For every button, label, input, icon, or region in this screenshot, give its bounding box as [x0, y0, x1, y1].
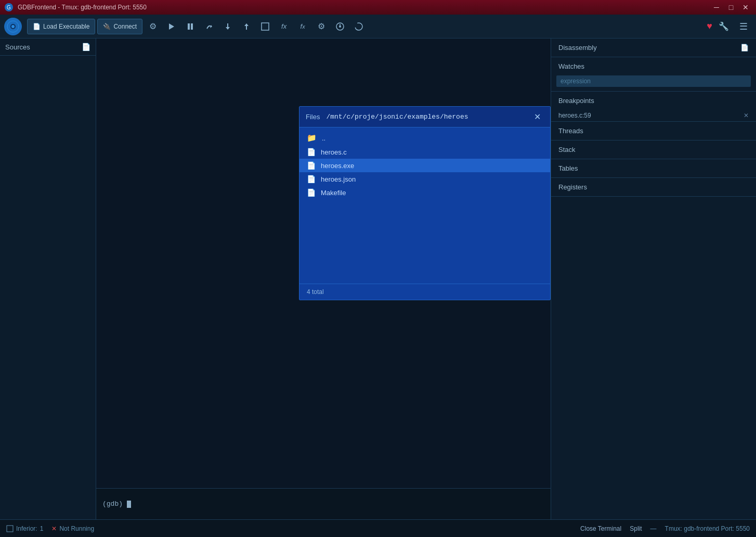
file-item-makefile[interactable]: 📄 Makefile	[299, 186, 550, 199]
status-text: Not Running	[59, 525, 94, 532]
file-icon: 📄	[307, 175, 316, 183]
toolbar-right-icons: ♥ 🔧 ☰	[707, 19, 752, 34]
file-icon: 📄	[307, 148, 316, 156]
svg-rect-7	[191, 23, 193, 30]
watches-label: Watches	[558, 62, 584, 70]
file-dialog: Files ✕ 📁 .. 📄 heroes.c	[299, 106, 551, 300]
svg-point-17	[355, 23, 362, 30]
file-dialog-header: Files ✕	[299, 107, 550, 127]
file-item-name: heroes.exe	[321, 162, 354, 170]
svg-rect-13	[262, 23, 269, 30]
stack-section[interactable]: Stack	[551, 140, 756, 159]
window-controls: ─ □ ✕	[710, 2, 752, 12]
step-out-button[interactable]	[238, 19, 255, 34]
center-area: Files ✕ 📁 .. 📄 heroes.c	[96, 39, 551, 519]
file-item-name: heroes.c	[321, 148, 347, 156]
file-dialog-close-button[interactable]: ✕	[531, 111, 544, 123]
minimize-button[interactable]: ─	[710, 2, 723, 12]
sources-label: Sources	[5, 43, 30, 51]
file-path-input[interactable]	[326, 113, 525, 121]
breakpoints-label: Breakpoints	[558, 97, 594, 105]
files-label: Files	[306, 113, 320, 121]
file-dialog-footer: 4 total	[299, 284, 550, 300]
loading-button[interactable]	[350, 19, 367, 34]
terminal-button[interactable]	[257, 19, 273, 34]
file-item-heroes-json[interactable]: 📄 heroes.json	[299, 172, 550, 186]
continue-button[interactable]	[163, 19, 180, 34]
svg-point-4	[11, 25, 15, 28]
left-panel: Sources 📄	[0, 39, 96, 519]
breakpoint-item: heroes.c:59 ✕	[551, 110, 756, 121]
folder-icon: 📁	[307, 133, 317, 143]
registers-section[interactable]: Registers	[551, 178, 756, 197]
file-item-parent[interactable]: 📁 ..	[299, 131, 550, 145]
plugin-button[interactable]: ⚙	[313, 19, 330, 34]
breakpoint-close-icon[interactable]: ✕	[744, 112, 749, 119]
statusbar: Inferior: 1 ✕ Not Running Close Terminal…	[0, 519, 756, 537]
breakpoints-section: Breakpoints heroes.c:59 ✕	[551, 92, 756, 122]
terminal-area[interactable]: (gdb)	[96, 488, 551, 519]
stack-label: Stack	[558, 146, 576, 154]
statusbar-divider: —	[650, 525, 657, 532]
settings-button[interactable]: ⚙	[145, 19, 161, 34]
disassembly-section: Disassembly 📄	[551, 39, 756, 57]
file-item-heroes-c[interactable]: 📄 heroes.c	[299, 145, 550, 159]
file-icon: 📄	[307, 161, 316, 170]
connect-button[interactable]: 🔌 Connect	[97, 19, 142, 34]
running-status: ✕ Not Running	[51, 525, 94, 532]
inferior-value: 1	[40, 525, 44, 532]
step-into-button[interactable]	[219, 19, 236, 34]
maximize-button[interactable]: □	[725, 2, 737, 12]
tables-section[interactable]: Tables	[551, 159, 756, 178]
svg-marker-12	[244, 23, 249, 26]
watches-expression-input[interactable]	[556, 75, 751, 87]
connect-label: Connect	[113, 23, 137, 30]
threads-section[interactable]: Threads	[551, 122, 756, 140]
window-title: GDBFrontend - Tmux: gdb-frontend Port: 5…	[18, 4, 710, 11]
close-terminal-button[interactable]: Close Terminal	[580, 525, 621, 532]
file-dialog-overlay: Files ✕ 📁 .. 📄 heroes.c	[96, 39, 551, 519]
titlebar: G GDBFrontend - Tmux: gdb-frontend Port:…	[0, 0, 756, 15]
pause-button[interactable]	[182, 19, 199, 34]
gdb-prompt: (gdb)	[102, 500, 131, 508]
disassembly-new-file-icon[interactable]: 📄	[740, 44, 749, 52]
extension-button[interactable]	[332, 19, 348, 34]
gdb-cursor	[127, 501, 131, 508]
connect-icon: 🔌	[103, 23, 111, 30]
app-logo	[4, 18, 22, 35]
inferior-label: Inferior:	[16, 525, 37, 532]
split-button[interactable]: Split	[630, 525, 642, 532]
watches-section: Watches	[551, 57, 756, 92]
step-over-button[interactable]	[201, 19, 217, 34]
file-item-name: ..	[322, 134, 325, 142]
file-icon: 📄	[307, 188, 316, 197]
svg-marker-10	[226, 27, 230, 30]
app-icon: G	[4, 3, 14, 12]
registers-label: Registers	[558, 183, 587, 191]
tables-label: Tables	[558, 164, 578, 172]
file-list: 📁 .. 📄 heroes.c 📄 heroes.exe	[299, 127, 550, 284]
file-item-heroes-exe[interactable]: 📄 heroes.exe	[299, 159, 550, 172]
load-executable-button[interactable]: 📄 Load Executable	[27, 19, 95, 34]
gdb-prompt-text: (gdb)	[102, 500, 123, 508]
sources-panel-header: Sources 📄	[0, 39, 96, 56]
heart-icon[interactable]: ♥	[707, 21, 712, 32]
watches-header[interactable]: Watches	[551, 57, 756, 75]
main-area: Sources 📄 Files ✕ 📁 ..	[0, 39, 756, 519]
file-item-name: Makefile	[321, 189, 346, 197]
expr-button[interactable]: fx	[276, 19, 292, 34]
breakpoint-text: heroes.c:59	[558, 112, 591, 119]
menu-button[interactable]: ☰	[735, 19, 752, 34]
svg-rect-18	[7, 526, 13, 532]
file-item-name: heroes.json	[321, 175, 356, 183]
close-button[interactable]: ✕	[739, 2, 752, 12]
threads-label: Threads	[558, 127, 583, 135]
inferior-icon	[6, 525, 14, 532]
statusbar-right: Close Terminal Split — Tmux: gdb-fronten…	[580, 525, 750, 532]
new-source-file-icon[interactable]: 📄	[82, 43, 90, 51]
statusbar-right-text: Tmux: gdb-frontend Port: 5550	[665, 525, 750, 532]
expr2-button[interactable]: fx	[294, 19, 311, 34]
svg-rect-6	[188, 23, 190, 30]
wrench-button[interactable]: 🔧	[715, 19, 732, 34]
breakpoints-header[interactable]: Breakpoints	[551, 92, 756, 110]
